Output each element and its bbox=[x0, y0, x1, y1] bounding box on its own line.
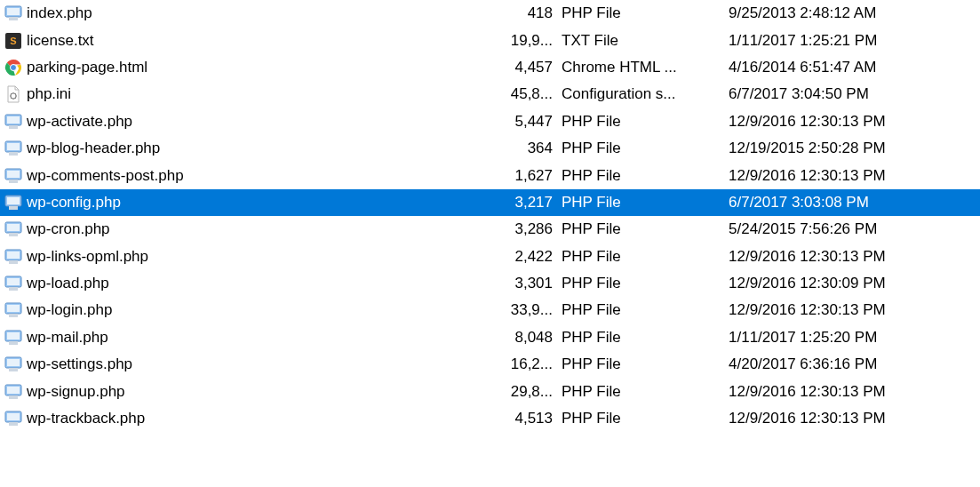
file-size: 5,447 bbox=[498, 113, 556, 131]
php-file-icon bbox=[4, 220, 23, 239]
php-file-icon bbox=[4, 247, 23, 267]
file-type: TXT File bbox=[556, 32, 723, 50]
svg-rect-19 bbox=[7, 197, 20, 204]
file-type: Chrome HTML ... bbox=[556, 59, 723, 76]
file-size: 3,301 bbox=[498, 275, 556, 292]
file-list: index.php418PHP File9/25/2013 2:48:12 AM… bbox=[0, 0, 980, 432]
file-name: wp-activate.php bbox=[27, 113, 498, 131]
file-size: 8,048 bbox=[498, 329, 556, 347]
php-file-icon bbox=[4, 300, 23, 320]
file-row[interactable]: parking-page.html4,457Chrome HTML ...4/1… bbox=[0, 54, 980, 81]
file-name: index.php bbox=[27, 4, 498, 22]
file-size: 1,627 bbox=[498, 167, 556, 185]
file-row[interactable]: wp-load.php3,301PHP File12/9/2016 12:30:… bbox=[0, 270, 980, 297]
file-row[interactable]: wp-activate.php5,447PHP File12/9/2016 12… bbox=[0, 108, 980, 135]
file-type: Configuration s... bbox=[556, 85, 723, 103]
svg-rect-10 bbox=[7, 116, 20, 124]
php-file-icon bbox=[4, 274, 23, 293]
file-size: 4,513 bbox=[498, 410, 556, 427]
file-size: 19,9... bbox=[498, 32, 556, 50]
file-name: license.txt bbox=[27, 32, 498, 50]
svg-rect-32 bbox=[9, 314, 18, 317]
php-file-icon bbox=[4, 328, 23, 347]
file-name: wp-comments-post.php bbox=[27, 167, 498, 185]
svg-rect-2 bbox=[9, 17, 18, 20]
file-modified: 12/9/2016 12:30:13 PM bbox=[723, 167, 980, 185]
file-name: wp-config.php bbox=[27, 194, 498, 212]
file-modified: 4/16/2014 6:51:47 AM bbox=[723, 59, 980, 76]
file-row[interactable]: wp-mail.php8,048PHP File1/11/2017 1:25:2… bbox=[0, 324, 980, 351]
php-file-icon bbox=[4, 112, 23, 132]
file-row[interactable]: wp-links-opml.php2,422PHP File12/9/2016 … bbox=[0, 244, 980, 270]
file-modified: 5/24/2015 7:56:26 PM bbox=[723, 220, 980, 238]
file-type: PHP File bbox=[556, 113, 723, 131]
svg-rect-40 bbox=[7, 387, 20, 394]
svg-rect-43 bbox=[7, 413, 20, 420]
file-modified: 4/20/2017 6:36:16 PM bbox=[723, 355, 980, 373]
svg-rect-29 bbox=[9, 287, 18, 291]
php-file-icon bbox=[4, 166, 23, 186]
svg-rect-20 bbox=[9, 206, 18, 210]
file-type: PHP File bbox=[556, 329, 723, 347]
file-row[interactable]: wp-signup.php29,8...PHP File12/9/2016 12… bbox=[0, 378, 980, 404]
file-name: wp-links-opml.php bbox=[27, 248, 498, 266]
file-row[interactable]: index.php418PHP File9/25/2013 2:48:12 AM bbox=[0, 0, 980, 27]
file-name: parking-page.html bbox=[27, 59, 498, 76]
file-name: wp-mail.php bbox=[27, 329, 498, 347]
file-modified: 1/11/2017 1:25:21 PM bbox=[723, 32, 980, 50]
svg-rect-1 bbox=[7, 8, 20, 15]
file-size: 16,2... bbox=[498, 355, 556, 373]
chrome-file-icon bbox=[4, 58, 23, 77]
file-row[interactable]: wp-settings.php16,2...PHP File4/20/2017 … bbox=[0, 351, 980, 378]
file-row[interactable]: wp-config.php3,217PHP File6/7/2017 3:03:… bbox=[0, 189, 980, 216]
ini-file-icon bbox=[4, 84, 23, 104]
file-row[interactable]: wp-comments-post.php1,627PHP File12/9/20… bbox=[0, 162, 980, 188]
svg-rect-23 bbox=[9, 233, 18, 236]
file-type: PHP File bbox=[556, 301, 723, 319]
file-name: wp-trackback.php bbox=[27, 410, 498, 427]
file-row[interactable]: wp-login.php33,9...PHP File12/9/2016 12:… bbox=[0, 297, 980, 323]
file-size: 4,457 bbox=[498, 59, 556, 76]
file-size: 418 bbox=[498, 4, 556, 22]
svg-text:S: S bbox=[10, 36, 16, 46]
file-name: wp-login.php bbox=[27, 301, 498, 319]
svg-rect-37 bbox=[7, 359, 20, 366]
file-row[interactable]: wp-cron.php3,286PHP File5/24/2015 7:56:2… bbox=[0, 216, 980, 243]
file-modified: 9/25/2013 2:48:12 AM bbox=[723, 4, 980, 22]
file-modified: 6/7/2017 3:03:08 PM bbox=[723, 194, 980, 212]
file-size: 2,422 bbox=[498, 248, 556, 266]
file-type: PHP File bbox=[556, 220, 723, 238]
file-size: 45,8... bbox=[498, 85, 556, 103]
file-type: PHP File bbox=[556, 275, 723, 292]
file-name: wp-blog-header.php bbox=[27, 140, 498, 157]
file-row[interactable]: wp-trackback.php4,513PHP File12/9/2016 1… bbox=[0, 405, 980, 432]
file-type: PHP File bbox=[556, 167, 723, 185]
file-size: 364 bbox=[498, 140, 556, 157]
svg-rect-38 bbox=[9, 368, 18, 371]
file-modified: 12/19/2015 2:50:28 PM bbox=[723, 140, 980, 157]
file-size: 33,9... bbox=[498, 301, 556, 319]
file-type: PHP File bbox=[556, 194, 723, 212]
file-size: 3,286 bbox=[498, 220, 556, 238]
file-row[interactable]: php.ini45,8...Configuration s...6/7/2017… bbox=[0, 81, 980, 108]
file-row[interactable]: wp-blog-header.php364PHP File12/19/2015 … bbox=[0, 135, 980, 162]
php-file-icon bbox=[4, 193, 23, 212]
php-file-icon bbox=[4, 409, 23, 428]
svg-rect-28 bbox=[7, 278, 20, 285]
svg-rect-31 bbox=[7, 305, 20, 312]
svg-rect-26 bbox=[9, 260, 18, 264]
svg-rect-34 bbox=[7, 332, 20, 339]
svg-rect-25 bbox=[7, 251, 20, 259]
php-file-icon bbox=[4, 4, 23, 23]
file-type: PHP File bbox=[556, 410, 723, 427]
svg-rect-22 bbox=[7, 224, 20, 231]
file-name: wp-settings.php bbox=[27, 355, 498, 373]
svg-rect-35 bbox=[9, 341, 18, 345]
file-row[interactable]: Slicense.txt19,9...TXT File1/11/2017 1:2… bbox=[0, 27, 980, 53]
file-name: wp-load.php bbox=[27, 275, 498, 292]
file-modified: 1/11/2017 1:25:20 PM bbox=[723, 329, 980, 347]
file-type: PHP File bbox=[556, 355, 723, 373]
file-modified: 12/9/2016 12:30:13 PM bbox=[723, 410, 980, 427]
svg-rect-16 bbox=[7, 171, 20, 178]
file-modified: 12/9/2016 12:30:13 PM bbox=[723, 113, 980, 131]
